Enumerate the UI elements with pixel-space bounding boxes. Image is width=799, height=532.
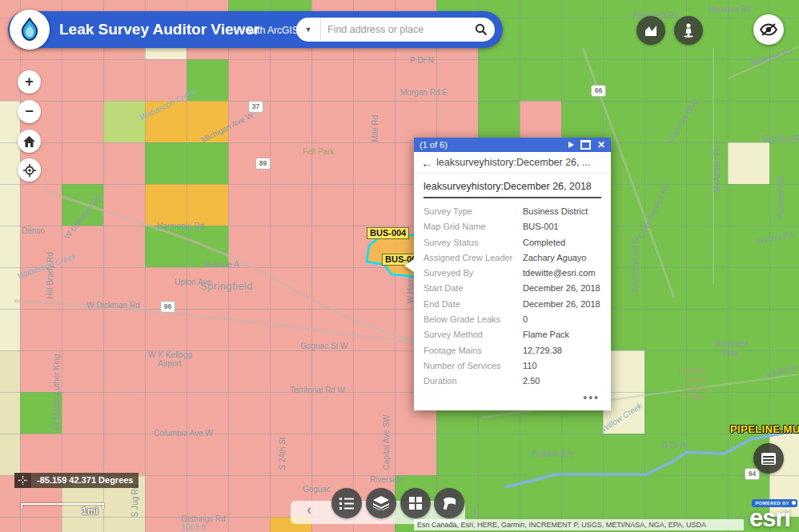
field-value: Completed [523, 235, 565, 250]
survey-grid-cell [436, 434, 478, 475]
caret-down-icon: ▼ [305, 26, 312, 34]
survey-grid-cell [103, 142, 145, 184]
tray-prev-button[interactable]: ‹ [307, 502, 311, 517]
zoom-in-button[interactable]: + [18, 70, 41, 94]
survey-grid-cell [228, 350, 270, 392]
survey-grid-cell [353, 350, 395, 392]
map-text-label: Golden Ave [532, 450, 574, 458]
grid-line [644, 0, 645, 532]
survey-grid-cell [270, 434, 311, 475]
survey-grid-cell [0, 142, 20, 184]
highway-shield: 66 [591, 85, 606, 97]
crosshair-icon[interactable] [14, 473, 31, 488]
survey-grid-cell [353, 184, 395, 226]
popup-nav-title: leaksurveyhistory:December 26, ... [436, 157, 590, 168]
visibility-widget-button[interactable] [753, 14, 784, 45]
play-icon [568, 142, 574, 148]
map-text-label: Territorial Rd W [290, 386, 345, 394]
map-canvas[interactable]: Bauman RdPennfield RdP Dr NMorgan Rd EBe… [0, 0, 799, 532]
survey-grid-cell [686, 267, 728, 309]
popup-field-row: Duration2.50 [424, 374, 601, 389]
survey-grid-cell [62, 517, 103, 532]
map-text-label: Avenue A [205, 260, 239, 269]
grid-line [311, 0, 312, 532]
popup-more-options-button[interactable]: ••• [424, 390, 601, 409]
popup-next-feature-button[interactable] [568, 142, 574, 148]
survey-grid-cell [0, 517, 20, 532]
survey-grid-cell [561, 18, 603, 59]
basemap-gallery-button[interactable] [400, 488, 431, 518]
field-label: Survey Type [424, 204, 523, 219]
search-input[interactable] [321, 24, 468, 35]
popup-divider [424, 197, 601, 198]
attribute-table-button[interactable] [753, 443, 784, 474]
home-button[interactable] [18, 130, 41, 153]
survey-grid-cell [62, 392, 103, 434]
grid-line [728, 0, 729, 532]
streetview-widget-button[interactable] [674, 16, 703, 45]
globe-dot-icon [792, 501, 796, 505]
survey-grid-cell [20, 184, 62, 226]
layers-icon [373, 496, 389, 510]
survey-grid-cell [728, 267, 769, 309]
survey-grid-cell [395, 101, 436, 142]
survey-grid-cell [0, 434, 20, 475]
survey-grid-cell [769, 267, 799, 309]
chart-widget-button[interactable] [636, 16, 665, 45]
tray-next-button[interactable]: › [472, 504, 477, 519]
street-view-person-icon [683, 23, 694, 38]
survey-grid-cell [311, 392, 353, 434]
popup-field-row: Survey TypeBusiness District [424, 204, 601, 219]
field-label: End Date [424, 297, 523, 312]
popup-maximize-button[interactable] [580, 140, 591, 150]
search-button[interactable] [468, 18, 495, 42]
popup-field-row: Assigned Crew LeaderZachary Aguayo [424, 250, 601, 266]
popup-nav-row: ← leaksurveyhistory:December 26, ... [414, 152, 611, 174]
highway-shield: 96 [160, 301, 175, 313]
survey-grid-cell [603, 101, 644, 142]
survey-grid-cell [103, 517, 145, 532]
legend-icon [339, 498, 354, 510]
survey-grid-cell [769, 309, 799, 350]
field-label: Survey Status [424, 235, 523, 250]
survey-grid-cell [20, 434, 62, 475]
layers-button[interactable] [366, 488, 396, 518]
survey-grid-cell [311, 267, 353, 309]
map-text-label: S 24th St [278, 437, 287, 470]
flame-icon [19, 18, 40, 42]
grid-line [0, 267, 799, 268]
survey-grid-cell [228, 184, 270, 226]
survey-grid-cell [145, 475, 187, 517]
survey-grid-cell [103, 226, 145, 267]
map-text-label: G Dr N [661, 441, 686, 450]
survey-grid-cell [228, 517, 270, 532]
grid-line [0, 184, 799, 185]
locate-button[interactable] [18, 158, 41, 182]
field-label: Surveyed By [424, 266, 523, 281]
survey-grid-cell [561, 101, 603, 142]
zoom-out-button[interactable]: − [18, 100, 41, 123]
popup-field-row: Start DateDecember 26, 2018 [424, 281, 601, 296]
popup-field-row: Surveyed Bytdewitte@esri.com [424, 266, 601, 281]
map-text-label: McAllister Rd [713, 146, 721, 193]
popup-field-row: Survey MethodFlame Pack [424, 327, 601, 342]
survey-grid-cell [62, 309, 103, 350]
map-text-label: Gethings Rd [181, 514, 226, 523]
map-text-label: Kimball [679, 366, 705, 375]
draw-widget-button[interactable] [434, 488, 464, 518]
map-text-label: Palmiter Rd [777, 177, 785, 218]
search-source-dropdown[interactable]: ▼ [296, 18, 321, 42]
survey-grid-cell [603, 434, 644, 475]
survey-grid-cell [644, 434, 686, 475]
back-arrow-icon[interactable]: ← [421, 157, 433, 169]
popup-close-button[interactable]: ✕ [597, 140, 605, 150]
grid-name-label: BUS-004 [367, 227, 409, 239]
scale-label: 1mi [82, 506, 98, 517]
legend-button[interactable] [331, 488, 362, 518]
grid-icon [409, 497, 422, 510]
grid-line [145, 0, 146, 532]
survey-grid-cell [644, 267, 686, 309]
survey-grid-cell [769, 59, 799, 101]
survey-grid-cell [686, 475, 728, 517]
survey-grid-cell [228, 392, 270, 434]
